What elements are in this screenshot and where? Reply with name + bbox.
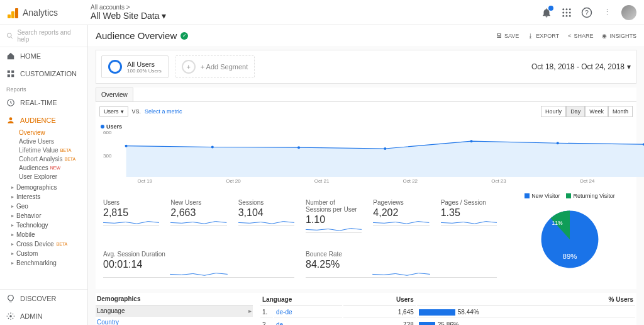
subnav-active-users[interactable]: Active Users bbox=[19, 138, 87, 145]
caret-icon: ▸ bbox=[11, 251, 14, 256]
dim-country[interactable]: Country bbox=[96, 317, 253, 325]
search-input[interactable]: Search reports and help bbox=[0, 25, 87, 47]
nav-category[interactable]: ▸Geo bbox=[0, 202, 87, 211]
nav-discover[interactable]: DISCOVER bbox=[0, 290, 87, 307]
audience-subnav: Overview Active Users Lifetime ValueBETA… bbox=[19, 129, 87, 183]
granularity-day[interactable]: Day bbox=[566, 106, 585, 117]
metric-users[interactable]: Users2,815 bbox=[99, 197, 163, 237]
apps-icon[interactable] bbox=[561, 7, 572, 18]
language-table: LanguageUsers% Users 1.de-de1,64558.44%2… bbox=[259, 293, 636, 325]
save-button[interactable]: 🖫SAVE bbox=[496, 33, 519, 39]
nav-audience[interactable]: AUDIENCE bbox=[0, 111, 87, 129]
search-placeholder: Search reports and help bbox=[17, 29, 81, 43]
subnav-audiences[interactable]: Audiences bbox=[19, 164, 48, 171]
metric-sess_per_user[interactable]: Number of Sessions per User1.10 bbox=[302, 197, 365, 237]
segment-all-users[interactable]: All Users100.00% Users bbox=[101, 55, 169, 78]
segment-label: All Users bbox=[127, 60, 162, 68]
granularity-hourly[interactable]: Hourly bbox=[541, 106, 566, 117]
nav-admin[interactable]: ADMIN bbox=[0, 307, 87, 325]
nav-home[interactable]: HOME bbox=[0, 47, 87, 65]
legend-new: New Visitor bbox=[531, 193, 560, 199]
select-metric-link[interactable]: Select a metric bbox=[145, 108, 182, 115]
svg-point-6 bbox=[562, 14, 564, 16]
metric-avg_duration[interactable]: Avg. Session Duration00:01:14 bbox=[99, 248, 298, 282]
svg-point-25 bbox=[557, 142, 559, 144]
home-icon bbox=[6, 52, 15, 60]
nav-realtime[interactable]: REAL-TIME bbox=[0, 94, 87, 111]
add-segment-button[interactable]: + + Add Segment bbox=[175, 55, 255, 78]
metric-selector[interactable]: Users▾ bbox=[99, 106, 128, 117]
topbar-actions: ? ⋮ bbox=[541, 5, 636, 20]
share-button[interactable]: <SHARE bbox=[568, 33, 593, 39]
export-icon: ⭳ bbox=[528, 33, 533, 39]
caret-icon: ▸ bbox=[11, 222, 14, 228]
table-row[interactable]: 1.de-de1,64558.44% bbox=[260, 307, 635, 318]
more-icon[interactable]: ⋮ bbox=[601, 7, 613, 18]
pie-chart: New Visitor Returning Visitor 89% 11% bbox=[507, 193, 633, 285]
caret-icon: ▸ bbox=[11, 194, 14, 200]
tab-overview[interactable]: Overview bbox=[96, 88, 133, 101]
subnav-lifetime-value[interactable]: Lifetime Value bbox=[19, 147, 58, 154]
nav-category[interactable]: ▸Behavior bbox=[0, 211, 87, 220]
svg-point-2 bbox=[569, 8, 571, 10]
clock-icon bbox=[6, 98, 15, 107]
chart-controls: Users▾ VS. Select a metric Hourly Day We… bbox=[96, 102, 636, 121]
metric-pageviews[interactable]: Pageviews4,202 bbox=[369, 197, 433, 237]
subnav-cohort-analysis[interactable]: Cohort Analysis bbox=[19, 156, 62, 162]
analytics-icon bbox=[8, 7, 19, 18]
svg-point-7 bbox=[566, 14, 568, 16]
insights-icon: ◉ bbox=[602, 33, 607, 39]
svg-point-19 bbox=[9, 315, 12, 317]
help-icon[interactable]: ? bbox=[581, 7, 592, 18]
export-button[interactable]: ⭳EXPORT bbox=[528, 33, 559, 39]
caret-icon: ▸ bbox=[11, 260, 14, 266]
svg-point-0 bbox=[562, 8, 564, 10]
brand-logo[interactable]: Analytics bbox=[8, 7, 88, 18]
account-breadcrumb: All accounts > bbox=[91, 4, 166, 11]
page-header: Audience Overview✓ 🖫SAVE ⭳EXPORT <SHARE … bbox=[88, 25, 644, 46]
avatar[interactable] bbox=[621, 5, 636, 20]
nav-category[interactable]: ▸Benchmarking bbox=[0, 258, 87, 268]
nav-category[interactable]: ▸Interests bbox=[0, 192, 87, 202]
nav-category[interactable]: ▸Technology bbox=[0, 220, 87, 230]
segment-circle-icon bbox=[108, 60, 122, 74]
dim-language[interactable]: Language▸ bbox=[96, 305, 253, 317]
person-icon bbox=[6, 116, 15, 125]
chevron-down-icon: ▾ bbox=[162, 11, 166, 21]
nav-category[interactable]: ▸Custom bbox=[0, 249, 87, 258]
metric-pages_per_sess[interactable]: Pages / Session1.35 bbox=[437, 197, 501, 237]
segment-sub: 100.00% Users bbox=[127, 68, 162, 74]
nav-category[interactable]: ▸Demographics bbox=[0, 183, 87, 192]
nav-customization[interactable]: CUSTOMIZATION bbox=[0, 65, 87, 83]
bulb-icon bbox=[6, 294, 15, 303]
account-selector[interactable]: All accounts > All Web Site Data ▾ bbox=[91, 4, 166, 21]
dimensions-panel: Demographics Language▸ Country City Syst… bbox=[96, 293, 253, 325]
metric-new_users[interactable]: New Users2,663 bbox=[167, 197, 230, 237]
legend-dot bbox=[101, 125, 104, 128]
nav-category[interactable]: ▸Cross DeviceBETA bbox=[0, 239, 87, 249]
pie-new-pct: 89% bbox=[563, 253, 577, 260]
metric-sessions[interactable]: Sessions3,104 bbox=[235, 197, 298, 237]
insights-button[interactable]: ◉INSIGHTS bbox=[602, 33, 636, 39]
svg-point-5 bbox=[569, 11, 571, 13]
nav-category[interactable]: ▸Mobile bbox=[0, 230, 87, 239]
svg-point-11 bbox=[7, 33, 11, 38]
sidebar: Search reports and help HOME CUSTOMIZATI… bbox=[0, 25, 88, 325]
chevron-down-icon: ▾ bbox=[121, 108, 124, 115]
vs-label: VS. bbox=[132, 108, 142, 115]
customization-icon bbox=[6, 69, 15, 78]
subnav-user-explorer[interactable]: User Explorer bbox=[19, 173, 87, 180]
gear-icon bbox=[6, 312, 15, 321]
metric-bounce_rate[interactable]: Bounce Rate84.25% bbox=[302, 248, 501, 282]
granularity-month[interactable]: Month bbox=[608, 106, 633, 117]
date-range-picker[interactable]: Oct 18, 2018 - Oct 24, 2018▾ bbox=[531, 62, 631, 71]
table-row[interactable]: 2.de72825.86% bbox=[260, 319, 635, 325]
subnav-overview[interactable]: Overview bbox=[19, 129, 87, 136]
svg-point-20 bbox=[125, 145, 128, 147]
svg-rect-15 bbox=[8, 74, 10, 77]
svg-point-4 bbox=[566, 11, 568, 13]
notifications-icon[interactable] bbox=[541, 7, 552, 18]
y-tick: 600 bbox=[103, 130, 111, 135]
svg-point-23 bbox=[384, 147, 386, 150]
granularity-week[interactable]: Week bbox=[585, 106, 608, 117]
